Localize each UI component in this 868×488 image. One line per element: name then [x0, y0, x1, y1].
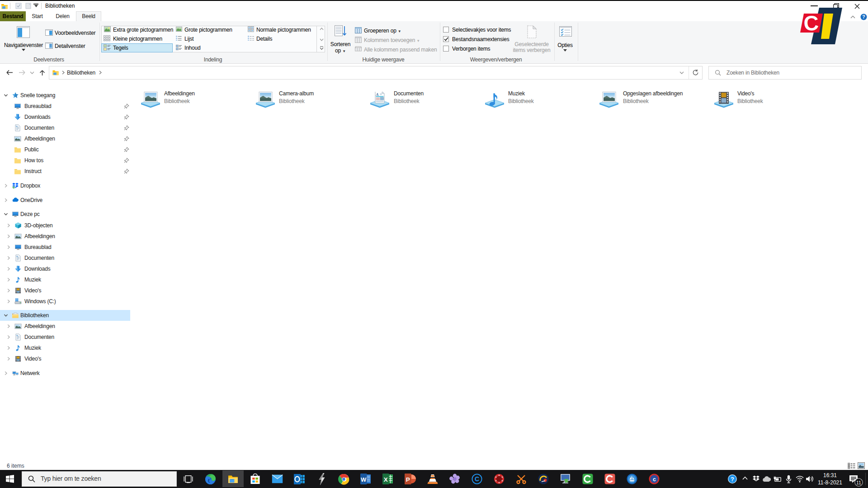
svg-text:C: C [475, 475, 479, 483]
svg-text:?: ? [862, 14, 865, 19]
svg-text:11: 11 [856, 480, 861, 485]
svg-text:?: ? [731, 476, 734, 483]
svg-text:P: P [406, 476, 410, 483]
svg-text:X: X [384, 476, 388, 483]
svg-text:C: C [803, 11, 819, 35]
svg-text:W: W [361, 476, 367, 483]
svg-text:c: c [653, 476, 656, 483]
